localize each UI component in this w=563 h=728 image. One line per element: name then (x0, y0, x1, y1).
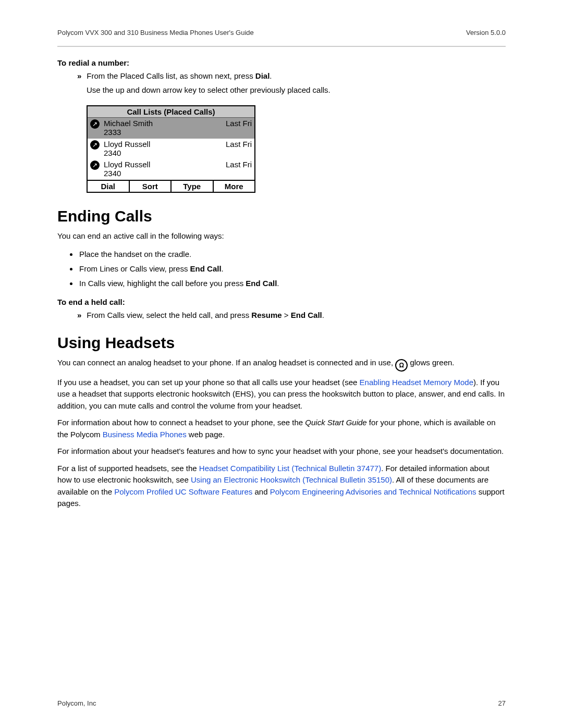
phone-softkeys: Dial Sort Type More (88, 180, 254, 192)
headsets-p5: For a list of supported headsets, see th… (57, 463, 506, 510)
end-held-text: From Calls view, select the held call, a… (87, 310, 324, 322)
headsets-p2: If you use a headset, you can set up you… (57, 377, 506, 412)
link-enable-headset-memory[interactable]: Enabling Headset Memory Mode (360, 378, 473, 387)
redial-step-text: From the Placed Calls list, as shown nex… (87, 70, 272, 82)
ending-calls-heading: Ending Calls (57, 207, 506, 225)
ending-bullet-3: In Calls view, highlight the call before… (78, 276, 506, 291)
call-entry: Lloyd Russell2340 (104, 160, 223, 178)
footer-page: 27 (498, 699, 506, 707)
outgoing-call-icon: ↗ (90, 140, 100, 150)
page-header: Polycom VVX 300 and 310 Business Media P… (57, 29, 506, 47)
link-headset-compat-list[interactable]: Headset Compatibility List (Technical Bu… (199, 464, 381, 473)
doc-version: Version 5.0.0 (466, 29, 506, 36)
link-engineering-advisories[interactable]: Polycom Engineering Advisories and Techn… (270, 487, 476, 496)
call-time: Last Fri (226, 119, 252, 128)
headsets-p3: For information about how to connect a h… (57, 417, 506, 440)
ending-bullet-1: Place the handset on the cradle. (78, 247, 506, 262)
softkey-more[interactable]: More (214, 181, 255, 192)
headsets-p1: You can connect an analog headset to you… (57, 357, 506, 372)
call-list-row[interactable]: ↗Lloyd Russell2340Last Fri (88, 139, 254, 159)
outgoing-call-icon: ↗ (90, 161, 100, 170)
step-marker: » (77, 310, 81, 322)
headsets-p4: For information about your headset's fea… (57, 446, 506, 458)
softkey-sort[interactable]: Sort (130, 181, 172, 192)
call-time: Last Fri (226, 140, 252, 149)
softkey-type[interactable]: Type (172, 181, 214, 192)
call-entry: Michael Smith2333 (104, 119, 223, 137)
call-entry: Lloyd Russell2340 (104, 140, 223, 158)
redial-step: » From the Placed Calls list, as shown n… (77, 70, 506, 82)
end-held-label: To end a held call: (57, 298, 506, 306)
using-headsets-heading: Using Headsets (57, 334, 506, 352)
page-footer: Polycom, Inc 27 (57, 699, 506, 707)
link-ehs-bulletin[interactable]: Using an Electronic Hookswitch (Technica… (191, 475, 392, 484)
ending-bullet-2: From Lines or Calls view, press End Call… (78, 262, 506, 276)
footer-company: Polycom, Inc (57, 699, 96, 707)
link-profiled-uc[interactable]: Polycom Profiled UC Software Features (114, 487, 252, 496)
phone-title: Call Lists (Placed Calls) (88, 106, 254, 118)
end-held-step: » From Calls view, select the held call,… (77, 310, 506, 322)
call-list-row[interactable]: ↗Michael Smith2333Last Fri (88, 118, 254, 139)
call-time: Last Fri (226, 160, 252, 169)
headset-icon: Ω (395, 359, 408, 372)
redial-substep: Use the up and down arrow key to select … (87, 84, 506, 96)
outgoing-call-icon: ↗ (90, 119, 100, 129)
phone-screen-figure: Call Lists (Placed Calls) ↗Michael Smith… (87, 105, 255, 193)
link-business-media-phones[interactable]: Business Media Phones (103, 430, 187, 439)
softkey-dial[interactable]: Dial (88, 181, 130, 192)
ending-bullets: Place the handset on the cradle. From Li… (78, 247, 506, 290)
call-list-row[interactable]: ↗Lloyd Russell2340Last Fri (88, 159, 254, 180)
redial-label: To redial a number: (57, 58, 506, 67)
doc-title: Polycom VVX 300 and 310 Business Media P… (57, 29, 254, 36)
step-marker: » (77, 70, 81, 82)
ending-intro: You can end an active call in the follow… (57, 230, 506, 242)
